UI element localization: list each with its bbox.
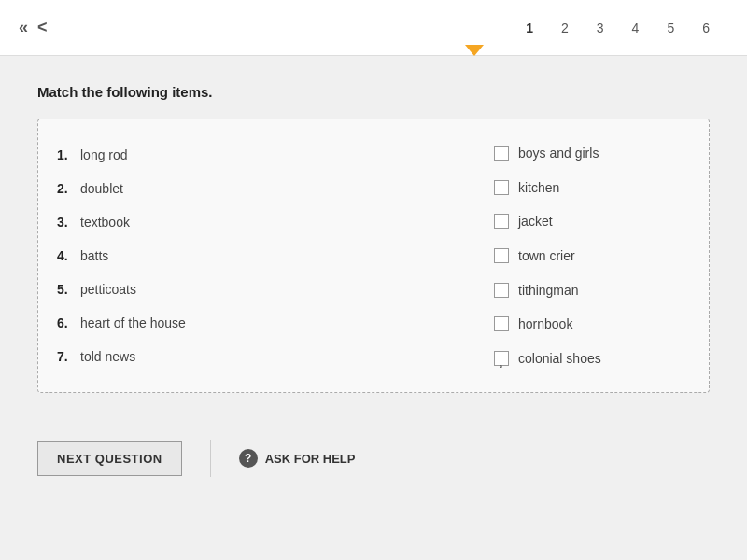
item-number-5: 5. (57, 282, 80, 297)
page-indicator-triangle (465, 45, 484, 56)
item-label-2: doublet (80, 181, 123, 196)
item-label-5: petticoats (80, 282, 136, 297)
top-bar: « < 1 2 3 4 5 6 (0, 0, 747, 56)
page-num-2[interactable]: 2 (561, 21, 569, 35)
right-label-3: jacket (518, 214, 553, 229)
right-label-7: colonial shoes (518, 351, 601, 366)
left-item-2: 2. doublet (57, 172, 485, 205)
left-item-7: 7. told news (57, 340, 485, 373)
ask-for-help-label: ASK FOR HELP (265, 452, 356, 466)
left-item-6: 6. heart of the house (57, 306, 485, 340)
item-number-7: 7. (57, 349, 80, 364)
checkbox-hornbook[interactable] (494, 316, 509, 331)
right-item-2: kitchen (494, 175, 690, 200)
right-label-4: town crier (518, 248, 575, 263)
match-area: 1. long rod 2. doublet 3. textbook 4. ba… (37, 119, 710, 393)
right-item-4: town crier (494, 244, 690, 268)
item-number-6: 6. (57, 315, 80, 330)
right-item-7: colonial shoes (494, 346, 690, 371)
item-label-3: textbook (80, 215, 130, 230)
bottom-area: NEXT QUESTION ? ASK FOR HELP (0, 440, 747, 477)
item-label-1: long rod (80, 147, 128, 162)
left-item-3: 3. textbook (57, 205, 485, 239)
item-number-4: 4. (57, 248, 80, 263)
left-item-1: 1. long rod (57, 138, 485, 172)
item-number-1: 1. (57, 147, 80, 162)
right-label-5: tithingman (518, 283, 579, 298)
vertical-divider (210, 440, 211, 477)
ask-for-help-button[interactable]: ? ASK FOR HELP (239, 449, 356, 468)
right-item-3: jacket (494, 209, 690, 233)
left-item-5: 5. petticoats (57, 273, 485, 306)
single-back-arrow[interactable]: < (37, 18, 48, 37)
left-item-4: 4. batts (57, 239, 485, 273)
checkbox-kitchen[interactable] (494, 180, 509, 195)
page-num-4[interactable]: 4 (632, 21, 640, 35)
main-content: Match the following items. 1. long rod 2… (0, 56, 747, 412)
page-num-5[interactable]: 5 (667, 21, 674, 35)
left-column: 1. long rod 2. doublet 3. textbook 4. ba… (57, 138, 485, 373)
right-label-2: kitchen (518, 180, 559, 195)
item-label-7: told news (80, 349, 135, 364)
right-label-6: hornbook (518, 316, 572, 331)
checkbox-colonial-shoes[interactable] (494, 351, 509, 366)
double-back-arrow[interactable]: « (19, 18, 28, 37)
checkbox-boys-and-girls[interactable] (494, 146, 509, 161)
item-label-6: heart of the house (80, 315, 186, 330)
right-item-1: boys and girls (494, 141, 690, 165)
item-label-4: batts (80, 248, 108, 263)
right-column: boys and girls kitchen jacket town crier… (485, 138, 690, 373)
item-number-3: 3. (57, 215, 80, 230)
checkbox-jacket[interactable] (494, 214, 509, 229)
instruction-text: Match the following items. (37, 84, 710, 100)
page-numbers: 1 2 3 4 5 6 (526, 21, 710, 35)
item-number-2: 2. (57, 181, 80, 196)
page-num-6[interactable]: 6 (702, 21, 710, 35)
checkbox-town-crier[interactable] (494, 248, 509, 263)
right-label-1: boys and girls (518, 146, 599, 161)
right-item-6: hornbook (494, 312, 690, 336)
nav-arrows: « < (19, 18, 48, 37)
page-num-1[interactable]: 1 (526, 21, 533, 35)
next-question-button[interactable]: NEXT QUESTION (37, 441, 182, 476)
right-item-5: tithingman (494, 278, 690, 302)
help-icon: ? (239, 449, 258, 468)
page-num-3[interactable]: 3 (597, 21, 604, 35)
checkbox-tithingman[interactable] (494, 283, 509, 298)
